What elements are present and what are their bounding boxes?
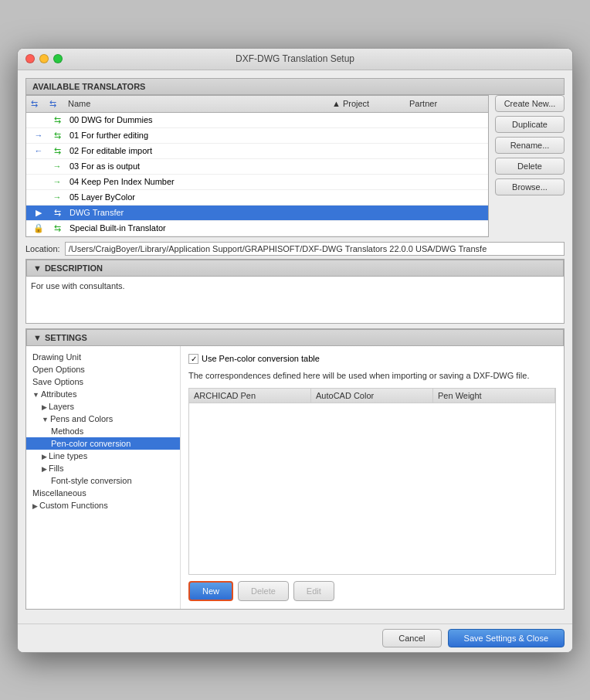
col-partner-label: Partner [409, 99, 437, 108]
panel-description: The correspondences defined here will be… [188, 370, 556, 382]
translators-section-header: AVAILABLE TRANSLATORS [25, 78, 565, 95]
delete-translator-button[interactable]: Delete [495, 158, 565, 175]
new-button[interactable]: New [188, 581, 233, 601]
row-arrow1: ← [29, 146, 48, 155]
main-window: DXF-DWG Translation Setup AVAILABLE TRAN… [17, 48, 573, 653]
settings-body: Drawing Unit Open Options Save Options ▼… [26, 346, 564, 609]
pen-color-table: ARCHICAD Pen AutoCAD Color Pen Weight [188, 388, 556, 575]
expand-icon: ▶ [42, 453, 47, 460]
edit-button[interactable]: Edit [293, 581, 334, 601]
settings-expand-icon: ▼ [33, 333, 42, 342]
cancel-button[interactable]: Cancel [382, 629, 441, 647]
row-name: 00 DWG for Dummies [66, 115, 331, 124]
description-expand-icon: ▼ [33, 263, 42, 273]
col-partner: Partner [408, 97, 485, 110]
expand-icon: ▶ [32, 502, 38, 510]
tree-item-layers[interactable]: ▶Layers [26, 400, 180, 413]
tree-item-font-style[interactable]: Font-style conversion [26, 474, 180, 487]
delete-button[interactable]: Delete [238, 581, 289, 601]
window-title: DXF-DWG Translation Setup [236, 53, 354, 64]
col-name: Name [66, 97, 331, 110]
pen-weight-header: Pen Weight [433, 389, 555, 403]
row-arrow2: ⇆ [48, 146, 66, 156]
panel-buttons: New Delete Edit [188, 581, 556, 601]
expand-icon: ▼ [32, 391, 39, 399]
tree-item-line-types[interactable]: ▶Line types [26, 450, 180, 462]
save-settings-button[interactable]: Save Settings & Close [448, 629, 565, 647]
table-row[interactable]: ▶ ⇆ DWG Transfer [26, 206, 488, 221]
header-arrow2: ⇆ [49, 99, 56, 109]
settings-section-label: SETTINGS [45, 333, 87, 342]
expand-icon: ▶ [42, 403, 47, 411]
col-arrow2: ⇆ [48, 97, 66, 110]
autocad-color-header: AutoCAD Color [311, 389, 433, 403]
row-arrow2: ⇆ [48, 131, 66, 141]
location-path: /Users/CraigBoyer/Library/Application Su… [65, 242, 565, 256]
pen-table-header: ARCHICAD Pen AutoCAD Color Pen Weight [189, 389, 555, 403]
pen-table-body [189, 403, 555, 519]
checkbox-label: Use Pen-color conversion table [202, 354, 320, 363]
expand-icon: ▼ [42, 416, 49, 423]
col-project-label: ▲ Project [332, 99, 369, 108]
description-body: For use with consultants. [26, 277, 564, 323]
location-label: Location: [25, 244, 60, 253]
create-new-button[interactable]: Create New... [495, 95, 565, 112]
row-arrow1: → [29, 131, 48, 140]
translators-container: ⇆ ⇆ Name ▲ Project Partner [25, 95, 565, 237]
settings-tree: Drawing Unit Open Options Save Options ▼… [26, 346, 181, 609]
use-pen-color-checkbox[interactable]: ✓ [188, 354, 198, 364]
settings-section: ▼ SETTINGS Drawing Unit Open Options Sav… [25, 328, 565, 610]
row-arrow2: ⇆ [48, 223, 66, 233]
row-arrow2: → [48, 192, 66, 202]
row-name: 02 For editable import [66, 146, 331, 155]
tree-item-custom-functions[interactable]: ▶Custom Functions [26, 499, 180, 511]
table-row[interactable]: → ⇆ 01 For further editing [26, 128, 488, 144]
footer: Cancel Save Settings & Close [18, 624, 572, 652]
browse-button[interactable]: Browse... [495, 178, 565, 195]
tree-item-save-options[interactable]: Save Options [26, 375, 180, 388]
close-button[interactable] [25, 54, 35, 63]
table-row[interactable]: → 05 Layer ByColor [26, 190, 488, 206]
tree-item-miscellaneous[interactable]: Miscellaneous [26, 487, 180, 499]
row-arrow2: ⇆ [48, 115, 66, 125]
tree-item-drawing-unit[interactable]: Drawing Unit [26, 351, 180, 363]
location-row: Location: /Users/CraigBoyer/Library/Appl… [25, 242, 565, 256]
row-expand-icon: ▶ [29, 208, 48, 218]
maximize-button[interactable] [53, 54, 63, 63]
minimize-button[interactable] [39, 54, 49, 63]
row-name: 04 Keep Pen Index Number [66, 177, 331, 186]
table-row[interactable]: ← ⇆ 02 For editable import [26, 144, 488, 159]
header-arrow1: ⇆ [31, 99, 38, 109]
tree-item-pens-colors[interactable]: ▼Pens and Colors [26, 413, 180, 425]
tree-item-fills[interactable]: ▶Fills [26, 462, 180, 474]
description-section-header: ▼ DESCRIPTION [26, 260, 564, 277]
table-row[interactable]: ⇆ 00 DWG for Dummies [26, 113, 488, 128]
rename-button[interactable]: Rename... [495, 137, 565, 154]
duplicate-button[interactable]: Duplicate [495, 116, 565, 133]
tree-item-methods[interactable]: Methods [26, 425, 180, 437]
col-project: ▲ Project [331, 97, 408, 110]
row-arrow2: ⇆ [48, 208, 66, 218]
description-section: ▼ DESCRIPTION For use with consultants. [25, 259, 565, 324]
titlebar-buttons [25, 54, 63, 63]
col-name-label: Name [68, 99, 90, 108]
translators-buttons: Create New... Duplicate Rename... Delete… [495, 95, 565, 237]
tree-item-pen-color-conversion[interactable]: Pen-color conversion [26, 437, 180, 450]
row-arrow2: → [48, 161, 66, 171]
translators-section-label: AVAILABLE TRANSLATORS [32, 82, 145, 91]
description-text: For use with consultants. [31, 281, 125, 291]
translators-table-header: ⇆ ⇆ Name ▲ Project Partner [26, 96, 488, 113]
archicad-pen-header: ARCHICAD Pen [189, 389, 311, 403]
table-row[interactable]: → 04 Keep Pen Index Number [26, 175, 488, 190]
tree-item-attributes[interactable]: ▼Attributes [26, 388, 180, 400]
main-content: AVAILABLE TRANSLATORS ⇆ ⇆ Name ▲ Project [18, 70, 572, 624]
table-row[interactable]: → 03 For as is output [26, 159, 488, 175]
row-name: 05 Layer ByColor [66, 192, 331, 202]
row-name: 01 For further editing [66, 131, 331, 140]
table-row[interactable]: 🔒 ⇆ Special Built-in Translator [26, 221, 488, 236]
tree-item-open-options[interactable]: Open Options [26, 363, 180, 375]
col-arrow1: ⇆ [29, 97, 48, 110]
description-section-label: DESCRIPTION [45, 263, 103, 273]
checkbox-row: ✓ Use Pen-color conversion table [188, 354, 556, 364]
expand-icon: ▶ [42, 465, 47, 473]
